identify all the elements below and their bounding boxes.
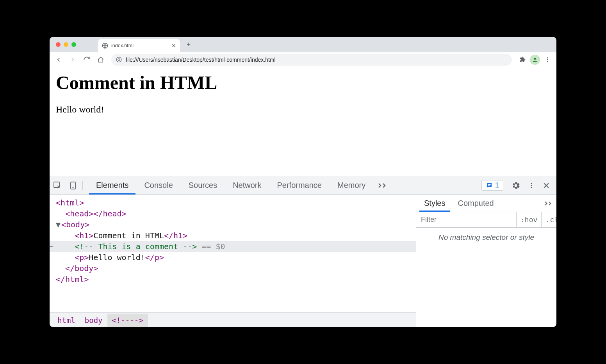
- new-tab-button[interactable]: +: [183, 39, 194, 50]
- tab-sources[interactable]: Sources: [182, 176, 224, 194]
- minimize-window-button[interactable]: [64, 42, 68, 47]
- tab-strip: index.html ✕ +: [50, 37, 556, 52]
- more-styles-tabs-icon[interactable]: [544, 201, 553, 206]
- toolbar-right: [517, 54, 553, 66]
- cls-toggle[interactable]: .cls: [541, 212, 556, 227]
- browser-tab[interactable]: index.html ✕: [98, 39, 180, 52]
- breadcrumb-item[interactable]: body: [80, 314, 107, 327]
- window-controls: [56, 42, 76, 47]
- styles-empty-message: No matching selector or style: [416, 228, 556, 327]
- close-window-button[interactable]: [56, 42, 61, 47]
- tab-title: index.html: [111, 43, 168, 48]
- forward-button[interactable]: [67, 54, 78, 66]
- dom-line[interactable]: <html>: [50, 197, 416, 208]
- page-viewport: Comment in HTML Hello world!: [50, 67, 556, 176]
- dom-line[interactable]: <h1>Comment in HTML</h1>: [50, 230, 416, 241]
- url-text: file:///Users/nsebastian/Desktop/test/ht…: [126, 57, 276, 63]
- devtools-main: <html> <head></head> ▼<body> <h1>Comment…: [50, 195, 556, 327]
- device-toggle-icon[interactable]: [68, 181, 78, 190]
- svg-point-13: [531, 185, 532, 186]
- dom-line[interactable]: <p>Hello world!</p>: [50, 252, 416, 263]
- tab-console[interactable]: Console: [137, 176, 180, 194]
- settings-icon[interactable]: [511, 181, 520, 190]
- maximize-window-button[interactable]: [71, 42, 76, 47]
- reload-button[interactable]: [81, 54, 93, 66]
- svg-rect-10: [488, 184, 491, 185]
- svg-point-14: [531, 187, 532, 188]
- dom-line[interactable]: <head></head>: [50, 208, 416, 219]
- profile-avatar[interactable]: [530, 55, 540, 65]
- inspect-element-icon[interactable]: [53, 181, 62, 190]
- devtools-tab-bar: Elements Console Sources Network Perform…: [50, 176, 556, 195]
- dom-line[interactable]: </body>: [50, 263, 416, 274]
- svg-point-4: [547, 57, 548, 59]
- styles-tabs: Styles Computed: [416, 195, 556, 212]
- svg-point-2: [118, 59, 120, 61]
- tab-elements[interactable]: Elements: [89, 176, 135, 194]
- issues-badge[interactable]: 1: [481, 180, 503, 191]
- elements-panel: <html> <head></head> ▼<body> <h1>Comment…: [50, 195, 416, 327]
- dom-line-selected[interactable]: <!-- This is a comment --> == $0: [50, 241, 416, 252]
- svg-rect-11: [488, 185, 490, 186]
- tab-computed[interactable]: Computed: [453, 195, 498, 212]
- svg-point-6: [547, 61, 548, 62]
- svg-point-3: [534, 57, 536, 59]
- home-button[interactable]: [95, 54, 107, 66]
- breadcrumb-item[interactable]: <!--​-->: [107, 314, 148, 327]
- close-tab-button[interactable]: ✕: [171, 43, 176, 48]
- breadcrumb-item[interactable]: html: [53, 314, 80, 327]
- svg-point-1: [116, 57, 121, 62]
- back-button[interactable]: [53, 54, 64, 66]
- browser-toolbar: file:///Users/nsebastian/Desktop/test/ht…: [50, 52, 556, 67]
- dom-line[interactable]: </html>: [50, 274, 416, 285]
- extensions-button[interactable]: [517, 54, 528, 66]
- styles-toolbar: :hov .cls: [416, 212, 556, 228]
- devtools: Elements Console Sources Network Perform…: [50, 176, 556, 327]
- devtools-menu-icon[interactable]: [528, 181, 535, 190]
- globe-icon: [102, 43, 108, 49]
- dom-line[interactable]: ▼<body>: [50, 219, 416, 230]
- tab-performance[interactable]: Performance: [270, 176, 329, 194]
- page-paragraph: Hello world!: [56, 104, 550, 115]
- more-tabs-icon[interactable]: [378, 182, 387, 189]
- browser-window: index.html ✕ + file:///Users/nsebastian/…: [50, 37, 556, 327]
- page-heading: Comment in HTML: [56, 72, 550, 93]
- styles-pane: Styles Computed :hov .cls: [416, 195, 556, 327]
- hov-toggle[interactable]: :hov: [516, 212, 541, 227]
- chrome-menu-button[interactable]: [542, 54, 553, 66]
- styles-filter-input[interactable]: [416, 212, 516, 227]
- svg-point-12: [531, 183, 532, 184]
- tab-memory[interactable]: Memory: [330, 176, 373, 194]
- address-bar[interactable]: file:///Users/nsebastian/Desktop/test/ht…: [111, 54, 512, 66]
- tab-styles[interactable]: Styles: [419, 195, 450, 212]
- issues-count: 1: [495, 181, 499, 189]
- dom-breadcrumbs: html body <!--​-->: [50, 312, 416, 327]
- close-devtools-icon[interactable]: [542, 182, 550, 189]
- dom-tree[interactable]: <html> <head></head> ▼<body> <h1>Comment…: [50, 195, 416, 312]
- svg-point-5: [547, 59, 548, 60]
- file-scheme-icon: [116, 57, 122, 62]
- tab-network[interactable]: Network: [226, 176, 268, 194]
- chat-icon: [486, 182, 493, 189]
